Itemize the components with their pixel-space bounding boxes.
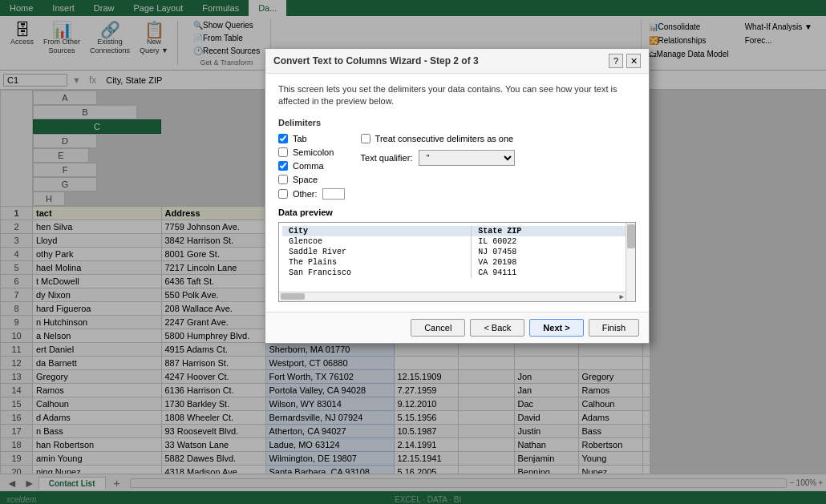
delimiter-semicolon[interactable]: Semicolon [278,147,345,157]
cell-f[interactable]: Nathan [514,437,578,451]
cell-g[interactable]: Gregory [578,369,642,383]
cell-e[interactable] [458,356,514,369]
cell-d[interactable]: 10.5.1987 [394,424,458,437]
cell-g[interactable]: Robertson [578,437,642,451]
cell-c[interactable]: Wilmington, DE 19807 [265,451,394,465]
cell-g[interactable] [578,342,642,356]
tab-insert[interactable]: Insert [43,0,84,16]
next-button[interactable]: Next > [529,319,583,337]
cell-a[interactable]: da Barnett [33,356,162,369]
cell-e[interactable] [458,397,514,410]
cell-a[interactable]: han Robertson [33,437,162,451]
cell-a[interactable]: othy Park [33,247,162,260]
cell-b[interactable]: 2247 Grant Ave. [161,315,265,329]
cell-b[interactable]: 7759 Johnson Ave. [161,220,265,233]
modal-close-button[interactable]: ✕ [626,54,641,68]
cell-e[interactable] [458,410,514,424]
tab-draw[interactable]: Draw [84,0,124,16]
cell-e[interactable] [458,465,514,474]
cell-a[interactable]: ert Daniel [33,342,162,356]
delimiter-comma[interactable]: Comma [278,161,345,171]
cell-e[interactable] [458,451,514,465]
cell-g[interactable]: Bass [578,424,642,437]
cell-e[interactable] [458,383,514,397]
back-button[interactable]: < Back [470,319,524,337]
name-box[interactable] [3,74,67,87]
from-table-button[interactable]: 📄 From Table [189,32,264,44]
preview-scrollbar[interactable] [626,223,635,301]
forecast-button[interactable]: Forec... [741,34,816,46]
cell-d[interactable]: 5.15.1956 [394,410,458,424]
qualifier-select[interactable]: " ' {none} [419,150,515,166]
cell-d[interactable]: 7.27.1959 [394,383,458,397]
cell-f[interactable]: Benjamin [514,451,578,465]
cell-e[interactable] [458,369,514,383]
cell-c[interactable]: Sherborn, MA 01770 [265,342,394,356]
col-header-h[interactable]: H [33,192,65,206]
cell-g[interactable]: Ramos [578,383,642,397]
zoom-in-icon[interactable]: + [818,478,823,487]
col-header-a[interactable]: A [33,91,97,105]
recent-sources-button[interactable]: 🕐 Recent Sources [189,45,264,57]
nav-right-icon[interactable]: ► [21,477,38,490]
cell-b[interactable]: 4318 Madison Ave. [161,465,265,474]
cell-b[interactable]: 93 Roosevelt Blvd. [161,424,265,437]
existing-connections-button[interactable]: 🔗 ExistingConnections [86,19,134,58]
cell-b[interactable]: 4915 Adams Ct. [161,342,265,356]
cell-a[interactable]: Ramos [33,383,162,397]
cell-d[interactable]: 2.14.1991 [394,437,458,451]
add-sheet-button[interactable]: + [107,475,127,491]
from-other-sources-button[interactable]: 📊 From OtherSources [39,19,84,58]
cell-f[interactable]: David [514,410,578,424]
cancel-button[interactable]: Cancel [411,319,465,337]
cell-c[interactable]: Ladue, MO 63124 [265,437,394,451]
show-queries-button[interactable]: 🔍 Show Queries [189,19,264,31]
cell-f[interactable]: Justin [514,424,578,437]
delimiter-space[interactable]: Space [278,175,345,184]
cell-b[interactable]: 8001 Gore St. [161,247,265,260]
new-query-button[interactable]: 📋 NewQuery ▼ [136,19,172,58]
tab-home[interactable]: Home [0,0,43,16]
nav-left-icon[interactable]: ◄ [3,477,21,490]
consolidate-button[interactable]: 📊 Consolidate [645,21,733,33]
cell-c[interactable]: Fort Worth, TX 76102 [265,369,394,383]
col-header-c[interactable]: C [33,119,161,134]
tab-data[interactable]: Da... [249,0,286,16]
col-header-d[interactable]: D [33,134,97,148]
cell-a[interactable]: Calhoun [33,397,162,410]
cell-b[interactable]: 4247 Hoover Ct. [161,369,265,383]
horizontal-scrollbar[interactable] [130,478,787,488]
cell-a[interactable]: a Nelson [33,329,162,342]
cell-b[interactable]: 887 Harrison St. [161,356,265,369]
cell-g[interactable]: Nunez [578,465,642,474]
cell-b[interactable]: 7217 Lincoln Lane [161,260,265,274]
delimiter-other[interactable]: Other: [278,188,345,200]
cell-b[interactable]: 208 Wallace Ave. [161,301,265,315]
cell-a[interactable]: amin Young [33,451,162,465]
cell-f[interactable]: Jan [514,383,578,397]
consecutive-delimiter[interactable]: Treat consecutive delimiters as one [361,134,516,143]
cell-f[interactable]: Jon [514,369,578,383]
cell-a[interactable]: ning Nunez [33,465,162,474]
cell-d[interactable] [394,342,458,356]
cell-d[interactable]: 5.16.2005 [394,465,458,474]
cell-d[interactable]: 12.15.1941 [394,451,458,465]
cell-f[interactable] [514,342,578,356]
col-header-g[interactable]: G [33,177,97,192]
cell-a[interactable]: dy Nixon [33,288,162,301]
cell-g[interactable] [578,356,642,369]
cell-b[interactable]: 6136 Harrison Ct. [161,383,265,397]
cell-a[interactable]: Gregory [33,369,162,383]
manage-data-model-button[interactable]: 🗂 Manage Data Model [645,48,733,60]
cell-a[interactable]: n Hutchinson [33,315,162,329]
col-header-b[interactable]: B [33,105,137,119]
cell-a[interactable]: hen Silva [33,220,162,233]
cell-e[interactable] [458,424,514,437]
tab-formulas[interactable]: Formulas [192,0,249,16]
delimiter-other-input[interactable] [322,188,345,200]
header-a[interactable]: tact [33,206,162,220]
col-header-e[interactable]: E [33,148,89,163]
cell-b[interactable]: 1730 Barkley St. [161,397,265,410]
delimiter-space-checkbox[interactable] [278,175,288,184]
col-header-f[interactable]: F [33,163,97,177]
